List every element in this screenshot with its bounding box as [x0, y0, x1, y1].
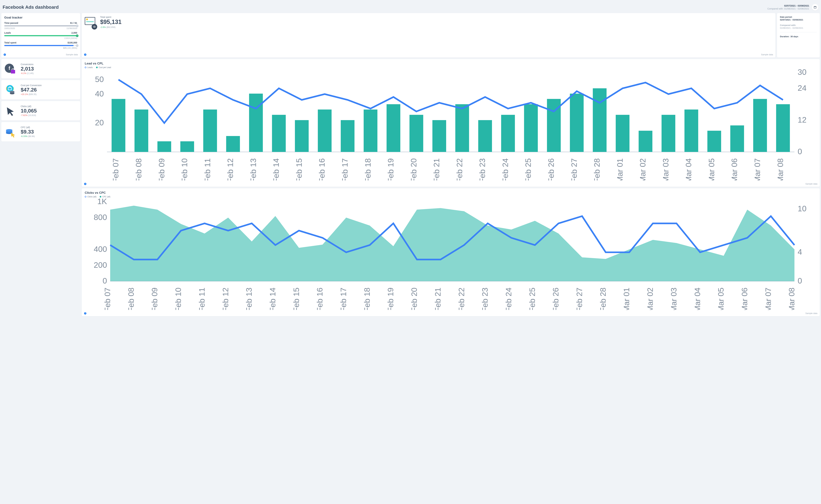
svg-text:Feb 08: Feb 08 — [134, 158, 143, 181]
svg-text:Feb 15: Feb 15 — [292, 288, 301, 310]
kpi-clicks: Clicks (all) 10,065 -7.82% (10,919) — [1, 101, 80, 120]
legend-ring-icon — [85, 67, 86, 68]
date-period-label: Date period: — [780, 16, 817, 18]
svg-text:Feb 13: Feb 13 — [245, 288, 253, 310]
svg-text:Feb 27: Feb 27 — [575, 288, 584, 310]
kpi-cost-per-conversion: Cost per Conversion $47.26 +20.1% ($39.3… — [1, 80, 80, 99]
total-spent-icon — [85, 17, 96, 29]
header-date-range-main: 02/07/2021 - 03/08/2021 — [767, 4, 809, 7]
goal-spent-target: $100,000 — [68, 41, 77, 44]
clicks-vs-cpc-legend: Clicks (all) CPC (all) — [85, 196, 817, 198]
cost-per-conversion-icon — [4, 84, 17, 95]
svg-text:1K: 1K — [97, 199, 107, 206]
total-spent-value: $95,131 — [100, 19, 121, 25]
cpc-all-icon — [4, 126, 17, 137]
svg-text:Feb 17: Feb 17 — [340, 158, 349, 181]
svg-text:50: 50 — [95, 75, 104, 84]
total-spent-card: Total spent $95,131 -2.6% ($92,658) f Sa… — [82, 13, 775, 57]
svg-text:Feb 26: Feb 26 — [551, 288, 560, 310]
svg-rect-23 — [157, 141, 171, 152]
svg-text:30: 30 — [798, 69, 807, 76]
svg-text:4: 4 — [798, 248, 802, 256]
facebook-icon: f — [84, 183, 86, 185]
kpi-cpc-all: CPC (all) $9.33 -6.33% ($9.96) — [1, 122, 80, 141]
date-picker-button[interactable] — [812, 4, 818, 11]
svg-text:Feb 24: Feb 24 — [501, 158, 510, 181]
svg-text:Feb 22: Feb 22 — [455, 158, 464, 181]
svg-text:Mar 07: Mar 07 — [764, 288, 773, 310]
goal-time-row: Time passed 61 / 61 ✓ 10/01/2020 11/30/2… — [4, 22, 77, 30]
svg-text:0: 0 — [798, 276, 802, 285]
svg-text:Feb 08: Feb 08 — [126, 288, 135, 310]
svg-rect-33 — [387, 104, 400, 152]
svg-text:Feb 21: Feb 21 — [432, 158, 441, 181]
svg-text:Feb 28: Feb 28 — [598, 288, 607, 310]
svg-rect-29 — [295, 120, 309, 152]
goal-leads-target: 2,000 — [71, 31, 77, 34]
kpi-delta: -6.33% — [21, 135, 27, 137]
svg-text:Feb 12: Feb 12 — [221, 288, 230, 310]
svg-point-1 — [94, 26, 95, 27]
date-period-duration-value: 30 days — [790, 35, 798, 38]
date-period-value: 02/07/2021 - 03/08/2021 — [780, 19, 817, 21]
svg-rect-27 — [249, 94, 263, 152]
svg-rect-25 — [203, 110, 217, 152]
facebook-icon: f — [84, 312, 86, 315]
header-date-range-compare: Compared with: 01/08/2021 - 02/06/2021 — [767, 7, 809, 10]
kpi-compare: ($39.35) — [29, 93, 36, 95]
svg-text:Feb 18: Feb 18 — [363, 158, 372, 181]
sample-data-label: Sample data — [66, 53, 78, 56]
svg-rect-34 — [410, 115, 423, 152]
svg-text:Mar 02: Mar 02 — [638, 158, 647, 181]
svg-text:0: 0 — [103, 276, 107, 285]
header-date-range: 02/07/2021 - 03/08/2021 Compared with: 0… — [767, 4, 809, 10]
svg-text:Feb 16: Feb 16 — [315, 288, 324, 310]
svg-text:Feb 28: Feb 28 — [592, 158, 601, 181]
svg-text:Feb 20: Feb 20 — [410, 288, 419, 310]
lead-vs-cpl-legend: Leads Cost per Lead — [85, 66, 817, 69]
svg-text:800: 800 — [94, 213, 107, 222]
legend-dot-icon — [96, 67, 98, 68]
svg-text:Feb 09: Feb 09 — [157, 158, 166, 181]
legend-dot-icon — [100, 196, 101, 198]
goal-spent-actual: $95,131 (95%) — [4, 47, 77, 49]
svg-text:Feb 24: Feb 24 — [504, 288, 513, 310]
svg-text:Feb 14: Feb 14 — [268, 288, 277, 310]
svg-text:200: 200 — [94, 261, 107, 269]
svg-rect-21 — [112, 99, 125, 152]
sample-data-label: Sample data — [805, 312, 817, 315]
goal-leads-label: Leads — [4, 31, 11, 34]
kpi-value: 2,013 — [21, 66, 34, 72]
svg-rect-39 — [524, 104, 538, 152]
svg-rect-44 — [639, 131, 653, 152]
date-period-card: Date period: 02/07/2021 - 03/08/2021 Com… — [777, 13, 820, 57]
svg-text:Mar 01: Mar 01 — [615, 158, 624, 181]
sample-data-label: Sample data — [761, 53, 773, 56]
svg-text:40: 40 — [95, 89, 104, 98]
total-spent-compare: ($92,658) — [106, 26, 116, 28]
svg-text:Feb 16: Feb 16 — [317, 158, 326, 181]
clicks-vs-cpc-chart[interactable]: 02004008001K0410Feb 07Feb 08Feb 09Feb 10… — [85, 199, 817, 310]
svg-point-12 — [6, 129, 12, 131]
svg-rect-43 — [616, 115, 630, 152]
eye-icon — [92, 24, 97, 30]
svg-text:Feb 25: Feb 25 — [524, 158, 532, 181]
lead-vs-cpl-chart[interactable]: 2040500122430Feb 07Feb 08Feb 09Feb 10Feb… — [85, 69, 817, 180]
svg-rect-41 — [570, 94, 584, 152]
legend-ring-icon — [85, 196, 86, 198]
svg-text:Feb 09: Feb 09 — [150, 288, 159, 310]
svg-text:Mar 06: Mar 06 — [730, 158, 739, 181]
goal-time-label: Time passed — [4, 22, 18, 24]
clicks-vs-cpc-title: Clicks vs CPC — [85, 191, 817, 195]
kpi-delta: -6.2% — [21, 72, 26, 74]
svg-rect-31 — [341, 120, 355, 152]
total-spent-delta: -2.6% — [100, 26, 106, 28]
svg-rect-24 — [180, 141, 194, 152]
svg-text:Feb 07: Feb 07 — [111, 158, 120, 181]
svg-text:20: 20 — [95, 118, 104, 127]
conversions-icon: f — [4, 63, 17, 74]
kpi-label: Clicks (all) — [21, 105, 37, 108]
kpi-label: Conversions — [21, 63, 34, 66]
svg-text:Feb 15: Feb 15 — [295, 158, 304, 181]
svg-text:Feb 26: Feb 26 — [547, 158, 555, 181]
